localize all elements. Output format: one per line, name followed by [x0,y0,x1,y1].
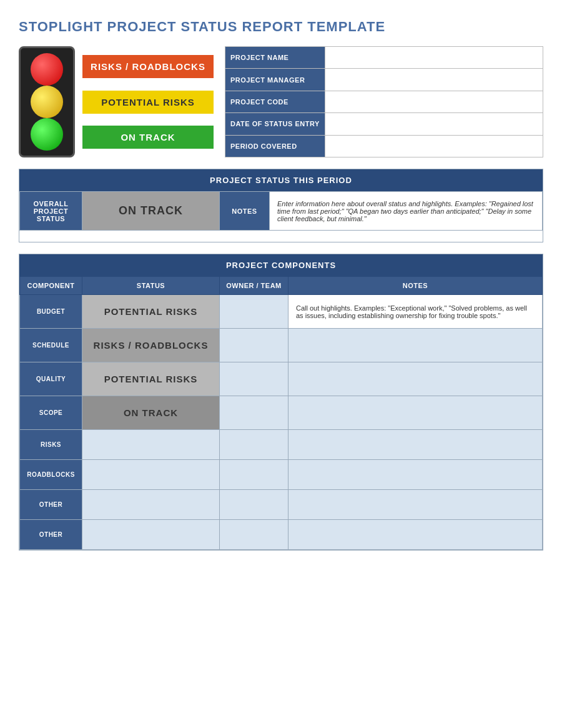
status-table: OVERALL PROJECT STATUS ON TRACK NOTES En… [19,191,543,231]
budget-notes[interactable]: Call out highlights. Examples: "Exceptio… [288,295,543,329]
project-code-label: PROJECT CODE [225,91,325,112]
quality-status: POTENTIAL RISKS [82,362,220,396]
overall-project-status-label: OVERALL PROJECT STATUS [20,192,82,231]
roadblocks-status [82,460,220,490]
scope-notes[interactable] [288,396,543,430]
project-name-row: PROJECT NAME [225,47,543,69]
other2-owner[interactable] [220,520,288,550]
other2-label: OTHER [20,520,82,550]
stoplight-yellow [31,86,63,118]
date-status-value[interactable] [325,113,543,135]
project-name-label: PROJECT NAME [225,47,325,69]
table-row: BUDGET POTENTIAL RISKS Call out highligh… [20,295,543,329]
risks-label: RISKS [20,430,82,460]
project-code-row: PROJECT CODE [225,91,543,112]
status-buttons: RISKS / ROADBLOCKS POTENTIAL RISKS ON TR… [82,46,214,157]
schedule-status: RISKS / ROADBLOCKS [82,329,220,362]
budget-label: BUDGET [20,295,82,329]
on-track-button[interactable]: ON TRACK [82,126,214,149]
scope-label: SCOPE [20,396,82,430]
stoplight-green [31,118,63,151]
period-covered-value[interactable] [325,135,543,157]
scope-status: ON TRACK [82,396,220,430]
other1-owner[interactable] [220,490,288,520]
period-covered-label: PERIOD COVERED [225,135,325,157]
project-manager-label: PROJECT MANAGER [225,69,325,91]
roadblocks-owner[interactable] [220,460,288,490]
period-covered-row: PERIOD COVERED [225,135,543,157]
risks-roadblocks-button[interactable]: RISKS / ROADBLOCKS [82,55,214,78]
page-title: STOPLIGHT PROJECT STATUS REPORT TEMPLATE [19,19,543,35]
top-section: RISKS / ROADBLOCKS POTENTIAL RISKS ON TR… [19,46,543,157]
schedule-owner[interactable] [220,329,288,362]
budget-status: POTENTIAL RISKS [82,295,220,329]
components-table: COMPONENT STATUS OWNER / TEAM NOTES BUDG… [19,276,543,550]
risks-owner[interactable] [220,430,288,460]
potential-risks-button[interactable]: POTENTIAL RISKS [82,91,214,114]
budget-owner[interactable] [220,295,288,329]
table-row: ROADBLOCKS [20,460,543,490]
notes-content[interactable]: Enter information here about overall sta… [270,192,543,231]
other1-label: OTHER [20,490,82,520]
quality-owner[interactable] [220,362,288,396]
date-status-label: DATE OF STATUS ENTRY [225,113,325,135]
table-row: QUALITY POTENTIAL RISKS [20,362,543,396]
col-status-header: STATUS [82,277,220,295]
other1-status [82,490,220,520]
project-name-value[interactable] [325,47,543,69]
stoplight-red [31,53,63,86]
scope-owner[interactable] [220,396,288,430]
risks-notes[interactable] [288,430,543,460]
project-components-header: PROJECT COMPONENTS [19,254,543,276]
risks-status [82,430,220,460]
table-row: SCHEDULE RISKS / ROADBLOCKS [20,329,543,362]
other1-notes[interactable] [288,490,543,520]
project-components-section: PROJECT COMPONENTS COMPONENT STATUS OWNE… [19,254,543,551]
table-row: SCOPE ON TRACK [20,396,543,430]
other2-notes[interactable] [288,520,543,550]
project-manager-value[interactable] [325,69,543,91]
components-header-row: COMPONENT STATUS OWNER / TEAM NOTES [20,277,543,295]
notes-label: NOTES [220,192,270,231]
table-row: OTHER [20,520,543,550]
project-status-header: PROJECT STATUS THIS PERIOD [19,169,543,191]
schedule-notes[interactable] [288,329,543,362]
project-status-section: PROJECT STATUS THIS PERIOD OVERALL PROJE… [19,169,543,242]
overall-status-value: ON TRACK [82,192,220,231]
roadblocks-notes[interactable] [288,460,543,490]
schedule-label: SCHEDULE [20,329,82,362]
table-row: OTHER [20,490,543,520]
project-manager-row: PROJECT MANAGER [225,69,543,91]
date-status-row: DATE OF STATUS ENTRY [225,113,543,135]
quality-label: QUALITY [20,362,82,396]
col-owner-header: OWNER / TEAM [220,277,288,295]
col-component-header: COMPONENT [20,277,82,295]
stoplight [19,46,75,157]
status-row: OVERALL PROJECT STATUS ON TRACK NOTES En… [20,192,543,231]
quality-notes[interactable] [288,362,543,396]
roadblocks-label: ROADBLOCKS [20,460,82,490]
col-notes-header: NOTES [288,277,543,295]
table-row: RISKS [20,430,543,460]
project-code-value[interactable] [325,91,543,112]
project-info-table: PROJECT NAME PROJECT MANAGER PROJECT COD… [225,46,543,157]
other2-status [82,520,220,550]
